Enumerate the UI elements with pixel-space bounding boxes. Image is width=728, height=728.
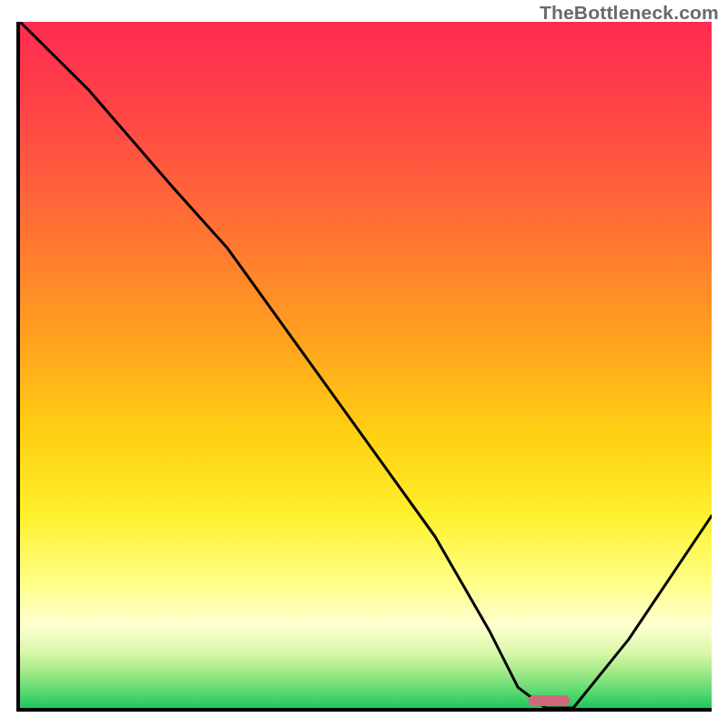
optimum-marker: [529, 695, 571, 706]
bottleneck-curve: [20, 22, 712, 708]
chart-container: TheBottleneck.com: [0, 0, 728, 728]
watermark-text: TheBottleneck.com: [540, 2, 719, 24]
curve-svg: [20, 22, 712, 708]
plot-area: [16, 22, 712, 712]
